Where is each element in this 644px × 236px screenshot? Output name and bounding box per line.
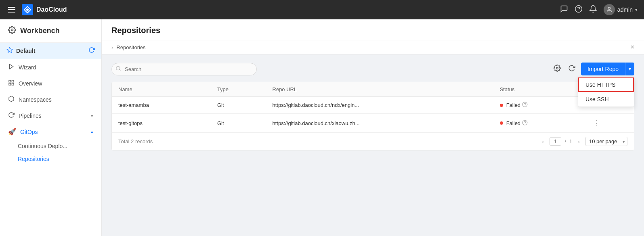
user-menu[interactable]: admin ▾ xyxy=(604,4,638,15)
sidebar-item-label: Wizard xyxy=(19,64,36,71)
total-records: Total 2 records xyxy=(118,138,153,144)
breadcrumb-chevron-icon: › xyxy=(111,44,113,50)
current-page: 1 xyxy=(550,137,561,146)
gitops-chevron-icon: ▴ xyxy=(91,129,93,134)
status-dot-icon xyxy=(500,121,503,125)
svg-point-1 xyxy=(26,8,29,11)
table-row: test-amamba Git https://gitlab.daocloud.… xyxy=(112,97,634,114)
status-help-icon[interactable] xyxy=(522,120,528,127)
import-dropdown-menu: Use HTTPS Use SSH xyxy=(578,77,634,107)
use-https-option[interactable]: Use HTTPS xyxy=(578,77,634,92)
avatar xyxy=(604,4,615,15)
repositories-table: Name Type Repo URL Status test-amamba Gi… xyxy=(111,82,634,150)
search-box xyxy=(111,63,257,75)
logo: DaoCloud xyxy=(22,4,67,15)
help-icon[interactable] xyxy=(575,5,583,15)
refresh-icon[interactable] xyxy=(88,47,95,55)
col-type: Type xyxy=(211,82,266,97)
row-name: test-gitops xyxy=(112,114,211,133)
table-area: Import Repo ▾ Use HTTPS Use SSH xyxy=(102,54,644,236)
sidebar-item-label: Pipelines xyxy=(19,113,42,119)
settings-icon[interactable] xyxy=(552,63,562,75)
sidebar-item-label: GitOps xyxy=(20,129,38,135)
use-ssh-option[interactable]: Use SSH xyxy=(578,92,634,107)
svg-marker-6 xyxy=(7,47,12,52)
col-name: Name xyxy=(112,82,211,97)
sidebar-item-wizard[interactable]: Wizard xyxy=(0,59,101,75)
hamburger-menu[interactable] xyxy=(6,5,17,14)
svg-rect-7 xyxy=(9,80,11,82)
sidebar-default-item[interactable]: Default xyxy=(0,43,101,59)
sidebar: Workbench Default Wizard xyxy=(0,19,102,236)
refresh-table-icon[interactable] xyxy=(566,63,577,75)
use-https-label: Use HTTPS xyxy=(585,81,616,88)
svg-point-4 xyxy=(608,7,610,9)
sidebar-item-pipelines[interactable]: Pipelines ▾ xyxy=(0,108,101,124)
main-content: Repositories › Repositories × xyxy=(102,19,644,236)
page-header: Repositories xyxy=(102,19,644,40)
sidebar-item-label: Namespaces xyxy=(19,96,52,103)
page-separator: / xyxy=(564,138,566,144)
search-input[interactable] xyxy=(111,63,257,75)
svg-rect-8 xyxy=(12,80,14,82)
per-page-select[interactable]: 10 per page 20 per page 50 per page xyxy=(585,137,627,146)
svg-rect-10 xyxy=(12,83,14,85)
logo-text: DaoCloud xyxy=(36,6,67,13)
pipelines-chevron-icon: ▾ xyxy=(91,113,93,119)
repositories-label: Repositories xyxy=(18,156,49,162)
breadcrumb-bar: › Repositories × xyxy=(102,40,644,54)
pipelines-icon xyxy=(8,112,15,120)
import-repo-button-group: Import Repo ▾ Use HTTPS Use SSH xyxy=(581,63,634,75)
sidebar-item-namespaces[interactable]: Namespaces xyxy=(0,92,101,108)
sidebar-sub-item-repositories[interactable]: Repositories xyxy=(0,152,101,165)
import-label: Import Repo xyxy=(587,66,619,72)
sidebar-sub-item-continuous-deploy[interactable]: Continuous Deplo... xyxy=(0,140,101,152)
top-navigation: DaoCloud admin ▾ xyxy=(0,0,644,19)
continuous-deploy-label: Continuous Deplo... xyxy=(18,143,67,149)
user-chevron-icon: ▾ xyxy=(635,7,638,13)
bell-icon[interactable] xyxy=(589,5,597,15)
search-icon xyxy=(115,66,121,73)
use-ssh-label: Use SSH xyxy=(585,96,609,102)
gitops-icon: 🚀 xyxy=(8,128,16,136)
overview-icon xyxy=(8,79,15,88)
row-status: Failed xyxy=(500,120,580,127)
row-type: Git xyxy=(211,114,266,133)
breadcrumb: Repositories xyxy=(116,44,145,50)
row-status: Failed xyxy=(500,102,580,109)
row-url: https://gitlab.daocloud.cn/xiaowu.zh... xyxy=(266,114,493,133)
total-pages: 1 xyxy=(569,138,572,144)
import-repo-dropdown-arrow[interactable]: ▾ xyxy=(625,63,634,75)
next-page-button[interactable]: › xyxy=(575,138,582,146)
col-url: Repo URL xyxy=(266,82,493,97)
breadcrumb-close-icon[interactable]: × xyxy=(631,44,634,51)
sidebar-item-gitops[interactable]: 🚀 GitOps ▴ xyxy=(0,124,101,140)
sidebar-item-label: Overview xyxy=(19,80,42,87)
status-help-icon[interactable] xyxy=(522,102,528,109)
sidebar-item-overview[interactable]: Overview xyxy=(0,75,101,92)
svg-line-12 xyxy=(120,69,121,71)
import-repo-button[interactable]: Import Repo xyxy=(581,63,625,75)
default-icon xyxy=(6,47,13,55)
table-row: test-gitops Git https://gitlab.daocloud.… xyxy=(112,114,634,133)
svg-point-13 xyxy=(556,67,558,69)
per-page-selector: 10 per page 20 per page 50 per page xyxy=(585,137,627,146)
status-label: Failed xyxy=(506,120,520,126)
svg-rect-9 xyxy=(9,83,11,85)
col-status: Status xyxy=(493,82,586,97)
sidebar-workbench[interactable]: Workbench xyxy=(0,19,101,43)
table-toolbar: Import Repo ▾ Use HTTPS Use SSH xyxy=(111,63,634,75)
prev-page-button[interactable]: ‹ xyxy=(540,138,547,146)
page-title: Repositories xyxy=(111,26,634,35)
row-name: test-amamba xyxy=(112,97,211,114)
username-label: admin xyxy=(617,6,633,13)
status-dot-icon xyxy=(500,104,503,107)
pagination: Total 2 records ‹ 1 / 1 › 10 per page 20… xyxy=(112,132,634,150)
row-url: https://gitlab.daocloud.cn/ndx/engin... xyxy=(266,97,493,114)
status-label: Failed xyxy=(506,102,520,108)
svg-point-5 xyxy=(11,29,13,31)
row-more-icon[interactable]: ⋮ xyxy=(593,119,601,127)
chat-icon[interactable] xyxy=(560,5,568,15)
namespaces-icon xyxy=(8,96,15,104)
row-type: Git xyxy=(211,97,266,114)
